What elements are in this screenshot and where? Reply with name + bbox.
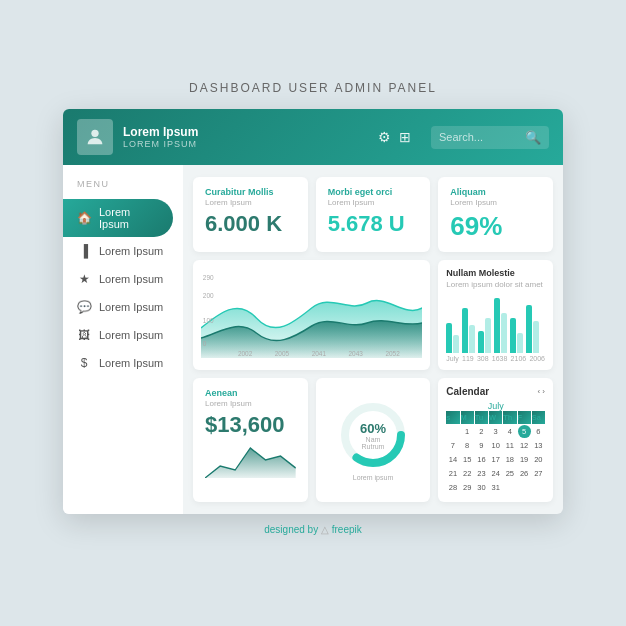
cal-cell[interactable]: 25	[503, 467, 516, 480]
cal-cell[interactable]: 24	[489, 467, 502, 480]
search-box[interactable]: 🔍	[431, 126, 549, 149]
cal-cell[interactable]: 4	[503, 425, 516, 438]
chart-icon: ▐	[77, 244, 91, 258]
stat-card-2: Morbi eget orci Lorem Ipsum 5.678 U	[316, 177, 431, 252]
bar	[533, 321, 539, 353]
sidebar-item-1[interactable]: ▐ Lorem Ipsum	[63, 237, 183, 265]
area-chart: 290 200 100 0 2002 2005 2041 2043 2052	[201, 268, 422, 358]
main-grid: Curabitur Mollis Lorem Ipsum 6.000 K Mor…	[183, 165, 563, 514]
cal-cell[interactable]: 14	[446, 453, 459, 466]
card1-label: Curabitur Mollis	[205, 187, 296, 197]
header-icon-group: ⚙ ⊞	[378, 129, 411, 145]
user-icon	[84, 126, 106, 148]
bar	[526, 305, 532, 353]
cal-day-m: M	[461, 411, 474, 424]
mini-mountain-chart	[205, 438, 296, 482]
bar-group-1	[446, 323, 459, 353]
calendar-nav[interactable]: ‹ ›	[537, 387, 545, 396]
cal-cell[interactable]: 28	[446, 481, 459, 494]
cal-cell[interactable]: 2	[475, 425, 488, 438]
stat-card-1: Curabitur Mollis Lorem Ipsum 6.000 K	[193, 177, 308, 252]
bar-group-5	[510, 318, 523, 353]
cal-cell[interactable]: 21	[446, 467, 459, 480]
cal-day-f: F	[518, 411, 531, 424]
bar-group-6	[526, 305, 539, 353]
cal-cell[interactable]: 11	[503, 439, 516, 452]
svg-text:200: 200	[203, 292, 214, 299]
sidebar-label-5: Lorem Ipsum	[99, 357, 163, 369]
svg-text:2005: 2005	[275, 350, 290, 357]
cal-cell[interactable]: 7	[446, 439, 459, 452]
sidebar-item-2[interactable]: ★ Lorem Ipsum	[63, 265, 183, 293]
search-icon: 🔍	[525, 130, 541, 145]
cal-cell[interactable]: 8	[461, 439, 474, 452]
bar-group-2	[462, 308, 475, 353]
svg-text:0: 0	[203, 340, 207, 347]
card3-label: Aliquam	[450, 187, 541, 197]
sidebar-item-4[interactable]: 🖼 Lorem Ipsum	[63, 321, 183, 349]
bar	[453, 335, 459, 353]
donut-sub: Nam Rutrum	[355, 435, 390, 449]
cal-day-s: s	[446, 411, 459, 424]
cal-cell[interactable]: 22	[461, 467, 474, 480]
calendar-header: Calendar ‹ ›	[446, 386, 545, 397]
card1-value: 6.000 K	[205, 211, 296, 237]
sidebar-label-1: Lorem Ipsum	[99, 245, 163, 257]
card3-value: 69%	[450, 211, 541, 242]
header-username: Lorem Ipsum	[123, 125, 368, 139]
chat-icon: 💬	[77, 300, 91, 314]
bar	[501, 313, 507, 353]
cal-cell[interactable]: 20	[532, 453, 545, 466]
card2-label: Morbi eget orci	[328, 187, 419, 197]
cal-cell[interactable]: 27	[532, 467, 545, 480]
sidebar-item-5[interactable]: $ Lorem Ipsum	[63, 349, 183, 377]
cal-cell[interactable]: 13	[532, 439, 545, 452]
card2-value: 5.678 U	[328, 211, 419, 237]
body: MENU 🏠 Lorem Ipsum ▐ Lorem Ipsum ★ Lorem…	[63, 165, 563, 514]
cal-cell[interactable]: 19	[518, 453, 531, 466]
cal-cell[interactable]: 31	[489, 481, 502, 494]
cal-cell[interactable]	[446, 425, 459, 438]
sidebar-item-3[interactable]: 💬 Lorem Ipsum	[63, 293, 183, 321]
header-user-info: Lorem Ipsum LOREM IPSUM	[123, 125, 368, 149]
donut-chart: 60% Nam Rutrum	[338, 400, 408, 470]
sidebar-label-3: Lorem Ipsum	[99, 301, 163, 313]
card1-sublabel: Lorem Ipsum	[205, 198, 296, 207]
star-icon: ★	[77, 272, 91, 286]
cal-cell[interactable]: 23	[475, 467, 488, 480]
cal-cell[interactable]: 9	[475, 439, 488, 452]
footer: designed by △ freepik	[254, 514, 372, 545]
cal-cell[interactable]: 18	[503, 453, 516, 466]
cal-cell[interactable]: 3	[489, 425, 502, 438]
bar-chart-card: Nullam Molestie Lorem ipsum dolor sit am…	[438, 260, 553, 370]
search-input[interactable]	[439, 131, 519, 143]
cal-cell[interactable]: 15	[461, 453, 474, 466]
cal-cell[interactable]: 6	[532, 425, 545, 438]
cal-cell[interactable]: 17	[489, 453, 502, 466]
bar-card-label: Nullam Molestie	[446, 268, 545, 278]
bar	[469, 325, 475, 353]
dollar-icon: $	[77, 356, 91, 370]
cal-cell[interactable]: 26	[518, 467, 531, 480]
footer-text: designed by	[264, 524, 318, 535]
cal-cell[interactable]: 12	[518, 439, 531, 452]
calendar-grid: s M Tu W Th F Sa 1 2 3 4 5 6 7 8 9	[446, 411, 545, 494]
sidebar-label-2: Lorem Ipsum	[99, 273, 163, 285]
cal-cell	[532, 481, 545, 494]
grid-icon[interactable]: ⊞	[399, 129, 411, 145]
svg-text:2041: 2041	[312, 350, 327, 357]
header-user-sub: LOREM IPSUM	[123, 139, 368, 149]
cal-cell[interactable]: 30	[475, 481, 488, 494]
cal-cell	[518, 481, 531, 494]
bar	[446, 323, 452, 353]
page-title: DASHBOARD USER ADMIN PANEL	[189, 81, 437, 95]
bar	[462, 308, 468, 353]
cal-cell[interactable]: 10	[489, 439, 502, 452]
calendar-title: Calendar	[446, 386, 489, 397]
gear-icon[interactable]: ⚙	[378, 129, 391, 145]
cal-cell-today[interactable]: 5	[518, 425, 531, 438]
cal-cell[interactable]: 16	[475, 453, 488, 466]
cal-cell[interactable]: 1	[461, 425, 474, 438]
sidebar-item-0[interactable]: 🏠 Lorem Ipsum	[63, 199, 173, 237]
cal-cell[interactable]: 29	[461, 481, 474, 494]
